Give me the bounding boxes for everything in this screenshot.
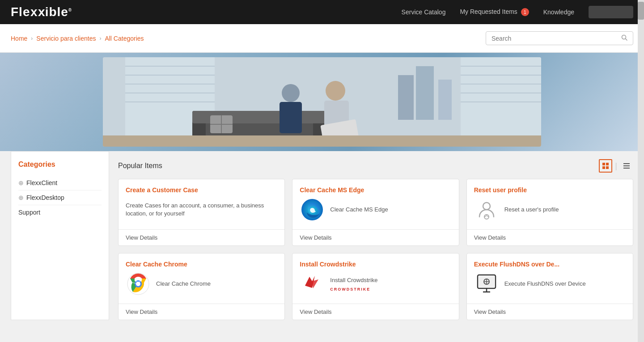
card-reset-user-profile: Reset user profile Re	[466, 179, 633, 246]
card-title-clear-cache-chrome[interactable]: Clear Cache Chrome	[126, 261, 277, 268]
user-menu[interactable]	[589, 6, 633, 18]
user-profile-icon	[474, 197, 499, 222]
card-clear-cache-ms-edge: Clear Cache MS Edge	[292, 179, 459, 246]
search-box	[486, 31, 633, 45]
header: Flexxible® Service Catalog My Requested …	[0, 0, 644, 24]
grid-view-button[interactable]	[599, 159, 612, 173]
svg-rect-30	[103, 135, 541, 147]
card-body-clear-cache-chrome: Clear Cache Chrome	[119, 253, 284, 304]
card-title-install-crowdstrike[interactable]: Install Crowdstrike	[300, 261, 451, 268]
list-view-button[interactable]	[620, 159, 633, 173]
card-body-execute-flushdns: Execute FlushDNS over De...	[467, 253, 633, 304]
sidebar-title: Categories	[18, 160, 102, 169]
view-toggle-divider: |	[615, 161, 617, 171]
my-requested-items-link[interactable]: My Requested Items 1	[460, 8, 529, 16]
svg-rect-34	[606, 166, 609, 169]
card-footer-install-crowdstrike[interactable]: View Details	[292, 304, 458, 320]
hero-banner	[0, 53, 644, 151]
card-footer-clear-cache-ms-edge[interactable]: View Details	[292, 229, 458, 245]
sidebar-item-flexxclient[interactable]: ⊕ FlexxClient	[18, 176, 102, 190]
scrollbar-thumb[interactable]	[638, 2, 644, 20]
breadcrumb: Home › Servicio para clientes › All Cate…	[11, 35, 144, 42]
svg-rect-37	[623, 168, 630, 169]
popular-title: Popular Items	[118, 162, 162, 170]
card-content-execute-flushdns: Execute FlushDNS over Device	[474, 271, 626, 296]
top-bar: Home › Servicio para clientes › All Cate…	[0, 24, 644, 53]
ms-edge-icon	[300, 197, 325, 222]
breadcrumb-sep1: ›	[31, 35, 33, 42]
sidebar: Categories ⊕ FlexxClient ⊕ FlexxDesktop …	[11, 151, 109, 320]
card-content-reset-user-profile: Reset a user's profile	[474, 197, 626, 222]
card-description-clear-cache-ms-edge: Clear Cache MS Edge	[330, 206, 388, 214]
svg-rect-23	[280, 102, 302, 133]
breadcrumb-current: All Categories	[105, 35, 144, 42]
crowdstrike-label: CROWDSTRIKE	[330, 287, 377, 291]
card-content-install-crowdstrike: Install Crowdstrike CROWDSTRIKE	[300, 271, 451, 296]
card-content-create-customer-case: Create Cases for an account, a consumer,…	[126, 197, 277, 222]
card-description-execute-flushdns: Execute FlushDNS over Device	[504, 280, 586, 288]
requested-items-badge: 1	[521, 8, 529, 16]
search-icon	[621, 34, 627, 42]
expand-icon-flexxdesktop: ⊕	[18, 194, 24, 201]
logo-text: Flexxible®	[11, 5, 72, 19]
breadcrumb-home[interactable]: Home	[11, 35, 27, 42]
svg-rect-29	[398, 75, 414, 120]
card-body-clear-cache-ms-edge: Clear Cache MS Edge	[292, 179, 458, 229]
card-footer-create-customer-case[interactable]: View Details	[119, 229, 284, 245]
sidebar-label-support: Support	[18, 209, 40, 216]
svg-rect-31	[602, 163, 605, 165]
card-description-reset-user-profile: Reset a user's profile	[504, 206, 559, 214]
popular-section: Popular Items |	[109, 151, 633, 320]
breadcrumb-sep2: ›	[99, 35, 101, 42]
card-footer-execute-flushdns[interactable]: View Details	[467, 304, 633, 320]
search-input[interactable]	[491, 35, 621, 42]
logo-area: Flexxible®	[11, 5, 72, 19]
cards-grid: Create a Customer Case Create Cases for …	[118, 179, 633, 320]
svg-point-24	[326, 81, 345, 101]
card-footer-clear-cache-chrome[interactable]: View Details	[119, 304, 284, 320]
service-catalog-link[interactable]: Service Catalog	[402, 8, 446, 16]
svg-rect-36	[623, 165, 630, 166]
card-content-clear-cache-ms-edge: Clear Cache MS Edge	[300, 197, 451, 222]
card-body-create-customer-case: Create a Customer Case Create Cases for …	[119, 179, 284, 229]
svg-rect-33	[602, 166, 605, 169]
main-content: Categories ⊕ FlexxClient ⊕ FlexxDesktop …	[0, 151, 644, 331]
card-footer-reset-user-profile[interactable]: View Details	[467, 229, 633, 245]
header-navigation: Service Catalog My Requested Items 1 Kno…	[402, 6, 633, 18]
svg-rect-35	[623, 163, 630, 164]
card-body-reset-user-profile: Reset user profile Re	[467, 179, 633, 229]
scrollbar-track	[638, 0, 644, 331]
card-title-clear-cache-ms-edge[interactable]: Clear Cache MS Edge	[300, 186, 451, 194]
card-description-clear-cache-chrome: Clear Cache Chrome	[156, 280, 211, 288]
view-toggle: |	[599, 159, 633, 173]
expand-icon-flexxclient: ⊕	[18, 179, 24, 186]
breadcrumb-level2[interactable]: Servicio para clientes	[36, 35, 96, 42]
monitor-icon	[474, 271, 499, 296]
card-description-create-customer-case: Create Cases for an account, a consumer,…	[126, 202, 277, 218]
sidebar-label-flexxdesktop: FlexxDesktop	[26, 194, 64, 201]
card-title-reset-user-profile[interactable]: Reset user profile	[474, 186, 626, 194]
chrome-icon	[126, 271, 151, 296]
card-install-crowdstrike: Install Crowdstrike Install Crowdstrike	[292, 253, 459, 320]
card-clear-cache-chrome: Clear Cache Chrome	[118, 253, 285, 320]
crowdstrike-icon	[300, 271, 325, 296]
hero-image	[103, 57, 541, 147]
svg-point-22	[282, 84, 300, 102]
sidebar-label-flexxclient: FlexxClient	[26, 179, 57, 186]
svg-line-1	[626, 39, 627, 41]
svg-point-39	[483, 203, 490, 210]
card-description-install-crowdstrike: Install Crowdstrike	[330, 276, 377, 284]
sidebar-item-flexxdesktop[interactable]: ⊕ FlexxDesktop	[18, 190, 102, 205]
popular-header: Popular Items |	[118, 151, 633, 179]
card-title-execute-flushdns[interactable]: Execute FlushDNS over De...	[474, 261, 626, 268]
svg-rect-32	[606, 163, 609, 165]
card-execute-flushdns: Execute FlushDNS over De...	[466, 253, 633, 320]
svg-rect-27	[416, 66, 434, 120]
knowledge-link[interactable]: Knowledge	[543, 8, 574, 16]
card-title-create-customer-case[interactable]: Create a Customer Case	[126, 186, 277, 194]
card-create-customer-case: Create a Customer Case Create Cases for …	[118, 179, 285, 246]
svg-rect-28	[438, 80, 452, 120]
card-body-install-crowdstrike: Install Crowdstrike Install Crowdstrike	[292, 253, 458, 304]
card-content-clear-cache-chrome: Clear Cache Chrome	[126, 271, 277, 296]
sidebar-item-support[interactable]: Support	[18, 205, 102, 220]
